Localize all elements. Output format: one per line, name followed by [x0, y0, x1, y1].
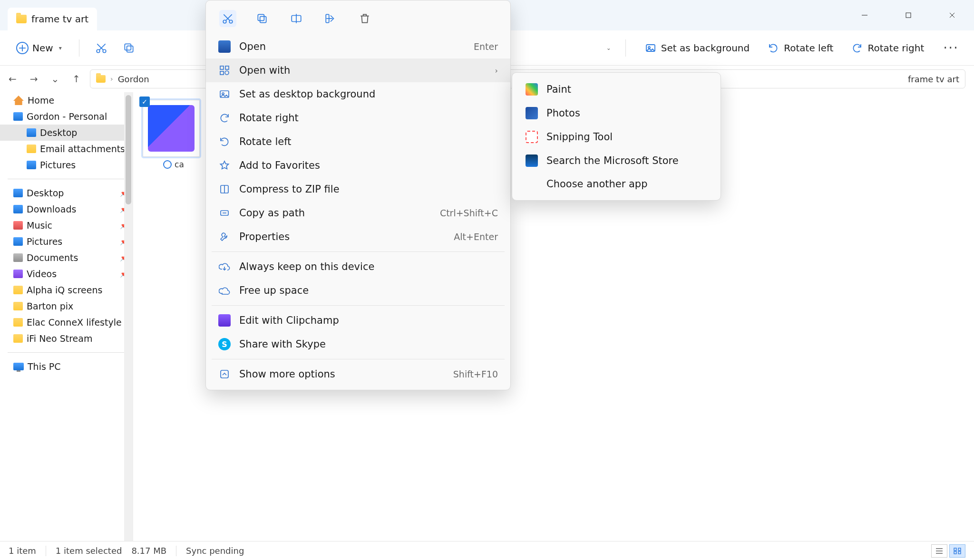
status-selection: 1 item selected [56, 546, 122, 556]
context-menu: Open Enter Open with › Set as desktop ba… [205, 0, 511, 390]
file-thumbnail[interactable]: ✓ [143, 100, 200, 157]
window-tab[interactable]: frame tv art [8, 8, 97, 30]
separator [79, 39, 79, 57]
context-keep-on-device[interactable]: Always keep on this device [206, 255, 510, 279]
nav-folder-alpha[interactable]: Alpha iQ screens [0, 282, 133, 298]
separator [212, 359, 505, 359]
snipping-tool-icon [526, 131, 538, 143]
folder-icon [13, 189, 23, 197]
maximize-button[interactable] [886, 0, 930, 30]
svg-rect-1 [906, 13, 911, 18]
details-view-toggle[interactable] [931, 544, 947, 558]
wrench-icon [218, 231, 231, 243]
thumbnails-view-toggle[interactable] [949, 544, 965, 558]
photos-icon [526, 107, 538, 119]
set-background-label: Set as background [661, 42, 750, 54]
share-button[interactable] [322, 10, 339, 27]
recent-locations-button[interactable]: ⌄ [51, 73, 59, 85]
selection-checkbox[interactable]: ✓ [139, 97, 150, 107]
back-button[interactable]: ← [9, 73, 17, 85]
nav-desktop[interactable]: Desktop [0, 125, 133, 141]
context-properties[interactable]: Properties Alt+Enter [206, 225, 510, 249]
folder-icon [27, 161, 36, 169]
delete-button[interactable] [356, 10, 373, 27]
nav-scrollbar[interactable] [124, 92, 133, 541]
nav-label: Elac ConneX lifestyle [27, 317, 122, 328]
svg-rect-8 [127, 46, 133, 52]
context-copy-path[interactable]: Copy as path Ctrl+Shift+C [206, 201, 510, 225]
folder-icon [13, 237, 23, 246]
navigation-pane: Home Gordon - Personal Desktop Email att… [0, 92, 133, 541]
context-rotate-right[interactable]: Rotate right [206, 106, 510, 130]
context-share-skype[interactable]: S Share with Skype [206, 332, 510, 356]
submenu-paint[interactable]: Paint [512, 77, 721, 101]
context-edit-clipchamp[interactable]: Edit with Clipchamp [206, 309, 510, 332]
set-background-button[interactable]: Set as background [640, 39, 755, 57]
plus-icon: + [16, 42, 29, 54]
nav-label: Downloads [27, 204, 76, 214]
context-open[interactable]: Open Enter [206, 35, 510, 58]
nav-label: Videos [27, 269, 57, 279]
nav-quick-pictures[interactable]: Pictures 📌 [0, 233, 133, 250]
context-show-more[interactable]: Show more options Shift+F10 [206, 362, 510, 386]
nav-quick-music[interactable]: Music 📌 [0, 217, 133, 233]
context-add-favorites[interactable]: Add to Favorites [206, 154, 510, 177]
scrollbar-thumb[interactable] [126, 95, 131, 204]
breadcrumb-segment[interactable]: Gordon [118, 74, 149, 84]
menu-label: Free up space [239, 285, 498, 296]
context-open-with[interactable]: Open with › [206, 58, 510, 82]
context-set-desktop-bg[interactable]: Set as desktop background [206, 82, 510, 106]
forward-button[interactable]: → [30, 73, 38, 85]
context-compress-zip[interactable]: Compress to ZIP file [206, 177, 510, 201]
nav-quick-documents[interactable]: Documents 📌 [0, 250, 133, 266]
rename-button[interactable] [288, 10, 305, 27]
cloud-down-icon [218, 261, 231, 273]
rotate-right-button[interactable]: Rotate right [847, 39, 929, 57]
separator [8, 179, 125, 179]
nav-onedrive-personal[interactable]: Gordon - Personal [0, 108, 133, 125]
new-button[interactable]: + New ▾ [10, 38, 68, 58]
nav-quick-desktop[interactable]: Desktop 📌 [0, 185, 133, 201]
nav-home[interactable]: Home [0, 92, 133, 108]
nav-pictures[interactable]: Pictures [0, 157, 133, 173]
menu-label: Open with [239, 65, 487, 76]
rotate-left-button[interactable]: Rotate left [763, 39, 838, 57]
file-item[interactable]: ✓ ca [143, 100, 205, 169]
star-icon [218, 159, 231, 172]
nav-quick-videos[interactable]: Videos 📌 [0, 266, 133, 282]
copy-button[interactable] [117, 37, 140, 59]
chevron-down-icon[interactable]: ⌄ [606, 45, 611, 51]
nav-label: iFi Neo Stream [27, 333, 92, 344]
breadcrumb-segment[interactable]: frame tv art [908, 74, 959, 84]
context-rotate-left[interactable]: Rotate left [206, 130, 510, 154]
submenu-choose-another-app[interactable]: Choose another app [512, 173, 721, 195]
cloud-icon [13, 112, 23, 121]
up-button[interactable]: ↑ [72, 73, 80, 85]
menu-label: Properties [239, 231, 445, 242]
context-free-up-space[interactable]: Free up space [206, 279, 510, 302]
minimize-button[interactable] [843, 0, 886, 30]
nav-email-attachments[interactable]: Email attachments [0, 141, 133, 157]
nav-label: Pictures [40, 160, 76, 170]
nav-folder-ifi[interactable]: iFi Neo Stream [0, 330, 133, 347]
status-bar: 1 item 1 item selected 8.17 MB Sync pend… [0, 541, 974, 560]
cut-button[interactable] [219, 10, 236, 27]
nav-this-pc[interactable]: This PC [0, 358, 133, 375]
nav-quick-downloads[interactable]: Downloads 📌 [0, 201, 133, 217]
menu-label: Show more options [239, 368, 445, 380]
nav-folder-barton[interactable]: Barton pix [0, 298, 133, 314]
folder-icon [13, 286, 23, 294]
separator [46, 546, 46, 556]
separator [212, 305, 505, 306]
nav-label: Barton pix [27, 301, 73, 311]
nav-folder-elac[interactable]: Elac ConneX lifestyle [0, 314, 133, 330]
copy-button[interactable] [253, 10, 271, 27]
submenu-snipping-tool[interactable]: Snipping Tool [512, 125, 721, 149]
cut-button[interactable] [90, 37, 113, 59]
more-button[interactable]: ··· [937, 40, 964, 56]
paint-icon [526, 83, 538, 96]
submenu-photos[interactable]: Photos [512, 101, 721, 125]
menu-label: Set as desktop background [239, 88, 498, 100]
submenu-search-store[interactable]: Search the Microsoft Store [512, 149, 721, 173]
close-button[interactable] [930, 0, 974, 30]
